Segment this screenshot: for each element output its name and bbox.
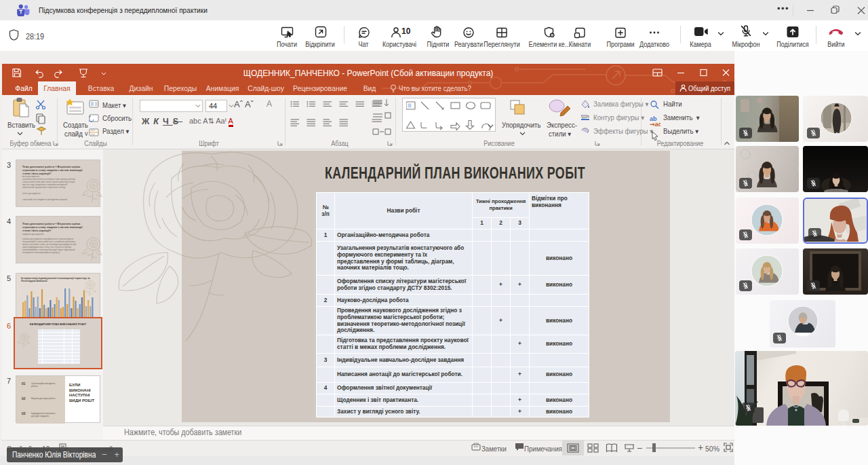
svg-text:➞ac: ➞ac	[650, 121, 660, 128]
